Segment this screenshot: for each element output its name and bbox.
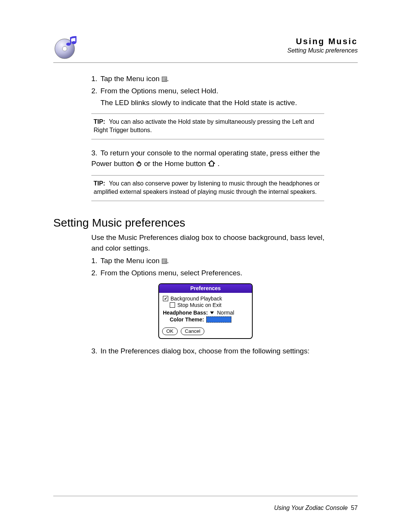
row-stop-music-on-exit[interactable]: Stop Music on Exit bbox=[163, 302, 248, 308]
steps-block-return: 3.To return your console to the normal o… bbox=[91, 148, 335, 169]
bass-label: Headphone Bass: bbox=[163, 310, 208, 316]
page-footer: Using Your Zodiac Console 57 bbox=[274, 505, 358, 511]
footer-rule bbox=[53, 496, 358, 496]
tip-label: TIP: bbox=[94, 180, 105, 187]
cancel-button[interactable]: Cancel bbox=[181, 328, 204, 335]
header-breadcrumb: Setting Music preferences bbox=[85, 47, 358, 54]
checkbox-stop-music[interactable] bbox=[170, 302, 175, 308]
bass-value[interactable]: Normal bbox=[217, 310, 234, 316]
dialog-body: ✔ Background Playback Stop Music on Exit… bbox=[159, 293, 252, 326]
step-2-note: The LED blinks slowly to indicate that t… bbox=[91, 97, 335, 108]
step-note-text: The LED blinks slowly to indicate that t… bbox=[100, 99, 297, 107]
footer-page-number: 57 bbox=[351, 505, 358, 511]
theme-label: Color Theme: bbox=[170, 316, 204, 323]
step-text: Tap the Menu icon bbox=[100, 257, 162, 265]
preferences-dialog: Preferences ✔ Background Playback Stop M… bbox=[158, 283, 253, 339]
step-text-suffix: . bbox=[167, 257, 169, 265]
tip-text: You can also activate the Hold state by … bbox=[94, 118, 314, 133]
steps-block-hold: 1.Tap the Menu icon . 2.From the Options… bbox=[91, 73, 335, 108]
tip-label: TIP: bbox=[94, 118, 105, 125]
tip-hold-triggers: TIP:You can also activate the Hold state… bbox=[91, 113, 324, 140]
menu-icon bbox=[162, 77, 167, 82]
tip-text: You can also conserve power by listening… bbox=[94, 180, 320, 195]
chapter-icon-wrap bbox=[53, 34, 85, 60]
ok-button[interactable]: OK bbox=[162, 328, 178, 335]
row-background-playback[interactable]: ✔ Background Playback bbox=[163, 296, 248, 302]
section-intro: Use the Music Preferences dialog box to … bbox=[91, 232, 335, 278]
step-3-return-normal: 3.To return your console to the normal o… bbox=[91, 148, 335, 169]
chapter-title: Using Music bbox=[85, 37, 358, 46]
step-text: From the Options menu, select Preference… bbox=[100, 269, 242, 277]
dialog-title: Preferences bbox=[159, 284, 252, 293]
row-headphone-bass[interactable]: Headphone Bass: Normal bbox=[163, 310, 248, 316]
checkbox-label: Background Playback bbox=[170, 296, 222, 302]
header-titles: Using Music Setting Music preferences bbox=[85, 34, 358, 54]
checkbox-label: Stop Music on Exit bbox=[177, 302, 221, 308]
intro-text: Use the Music Preferences dialog box to … bbox=[91, 232, 335, 253]
page-header: Using Music Setting Music preferences bbox=[53, 34, 358, 60]
step-text-part2: or the Home button bbox=[144, 160, 208, 168]
row-color-theme[interactable]: Color Theme: bbox=[163, 316, 248, 323]
pref-step-3-choose-settings: 3.In the Preferences dialog box, choose … bbox=[91, 346, 335, 356]
checkbox-background-playback[interactable]: ✔ bbox=[163, 296, 168, 301]
step-text: Tap the Menu icon bbox=[100, 75, 162, 83]
step-text: In the Preferences dialog box, choose fr… bbox=[100, 347, 309, 355]
step-2-select-hold: 2.From the Options menu, select Hold. bbox=[91, 86, 335, 96]
music-cd-icon bbox=[53, 34, 79, 60]
pref-step-3-block: 3.In the Preferences dialog box, choose … bbox=[91, 346, 335, 356]
dialog-button-row: OK Cancel bbox=[159, 326, 252, 338]
step-text-part3: . bbox=[218, 160, 220, 168]
dropdown-icon[interactable] bbox=[210, 312, 214, 314]
step-text: From the Options menu, select Hold. bbox=[100, 87, 218, 95]
step-text-suffix: . bbox=[167, 75, 169, 83]
page: Using Music Setting Music preferences 1.… bbox=[0, 0, 411, 532]
color-theme-swatch[interactable] bbox=[206, 316, 231, 323]
svg-rect-7 bbox=[139, 161, 139, 164]
pref-step-1-tap-menu: 1.Tap the Menu icon . bbox=[91, 256, 335, 266]
pref-step-2-select-preferences: 2.From the Options menu, select Preferen… bbox=[91, 268, 335, 278]
step-1-tap-menu: 1.Tap the Menu icon . bbox=[91, 73, 335, 84]
header-rule bbox=[53, 62, 358, 63]
section-heading-preferences: Setting Music preferences bbox=[53, 216, 358, 229]
tip-headphones-power: TIP:You can also conserve power by liste… bbox=[91, 175, 324, 201]
svg-point-1 bbox=[62, 46, 67, 51]
power-icon bbox=[136, 159, 142, 170]
home-icon bbox=[208, 159, 215, 170]
footer-book-title: Using Your Zodiac Console bbox=[274, 505, 348, 511]
menu-icon bbox=[162, 259, 167, 264]
